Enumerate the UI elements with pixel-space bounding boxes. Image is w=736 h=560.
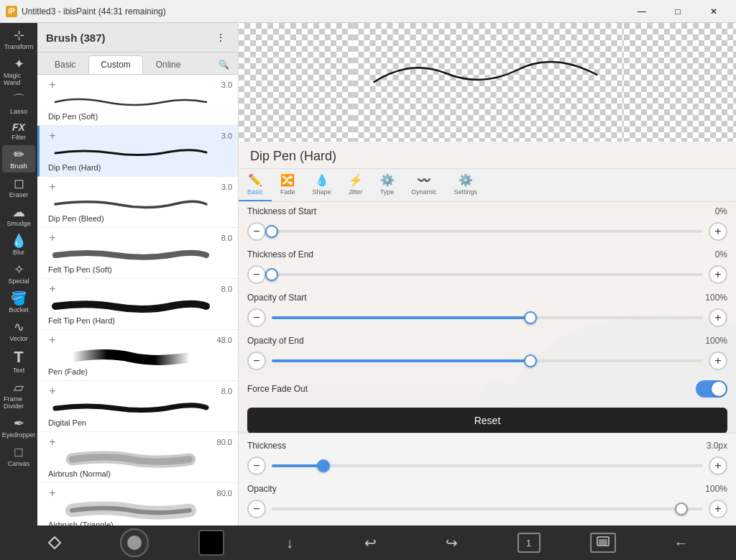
tab-settings-dynamic[interactable]: 〰️ Dynamic <box>403 169 446 201</box>
add-brush-icon[interactable]: + <box>45 180 60 194</box>
maximize-button[interactable]: □ <box>661 0 694 23</box>
thickness-end-thumb[interactable] <box>265 268 278 281</box>
transform-toolbar-button[interactable] <box>39 527 70 559</box>
brush-indicator[interactable] <box>120 528 149 557</box>
thickness-slider-minus[interactable]: − <box>247 456 266 475</box>
tool-vector[interactable]: ∿ Vector <box>2 318 35 345</box>
tool-eyedropper[interactable]: ✒ Eyedropper <box>2 414 35 441</box>
thickness-slider-track[interactable] <box>272 464 703 467</box>
tab-settings-fade[interactable]: 🔀 Fade <box>272 169 304 201</box>
tool-magic-wand-label: Magic Wand <box>4 72 34 86</box>
opacity-slider-thumb[interactable] <box>675 502 688 515</box>
tool-filter[interactable]: FX Filter <box>2 119 35 144</box>
opacity-start-minus[interactable]: − <box>247 308 266 327</box>
eyedropper-icon: ✒ <box>14 417 24 430</box>
back-button[interactable]: ← <box>665 527 696 559</box>
opacity-slider-fill <box>272 508 681 510</box>
opacity-end-plus[interactable]: + <box>709 352 727 370</box>
thickness-start-thumb[interactable] <box>265 225 278 238</box>
list-item[interactable]: + 48.0 <box>37 330 238 381</box>
undo-button[interactable]: ↩ <box>355 527 387 559</box>
thickness-end-slider-container: − + <box>239 264 736 288</box>
tool-transform[interactable]: ⊹ Transform <box>2 26 35 53</box>
add-brush-icon[interactable]: + <box>45 78 60 92</box>
tab-settings-settings[interactable]: ⚙️ Settings <box>446 169 487 201</box>
layers-button[interactable] <box>590 533 616 553</box>
thickness-start-track[interactable] <box>272 230 703 233</box>
opacity-end-minus[interactable]: − <box>247 352 266 370</box>
opacity-end-thumb[interactable] <box>524 354 537 367</box>
add-brush-icon[interactable]: + <box>45 333 60 347</box>
list-item[interactable]: + 8.0 Felt Tip Pen (Hard) <box>37 279 238 330</box>
thickness-end-minus[interactable]: − <box>247 265 266 284</box>
tool-eraser[interactable]: ◻ Eraser <box>2 174 35 201</box>
tool-transform-label: Transform <box>4 43 34 50</box>
page-indicator[interactable]: 1 <box>518 533 540 553</box>
tab-settings-basic[interactable]: ✏️ Basic <box>239 169 272 201</box>
opacity-start-plus[interactable]: + <box>709 308 727 327</box>
add-brush-icon[interactable]: + <box>45 129 60 143</box>
thickness-end-track[interactable] <box>272 273 703 276</box>
tool-text[interactable]: T Text <box>2 346 35 377</box>
color-swatch[interactable] <box>198 530 224 556</box>
tool-special[interactable]: ✧ Special <box>2 260 35 288</box>
tools-sidebar: ⊹ Transform ✦ Magic Wand ⌒ Lasso FX Filt… <box>0 23 37 525</box>
opacity-slider-minus[interactable]: − <box>247 500 266 518</box>
opacity-slider-track[interactable] <box>272 508 703 510</box>
add-brush-icon[interactable]: + <box>45 231 60 245</box>
list-item[interactable]: + 80.0 Airbrush ( <box>37 432 238 483</box>
tab-settings-shape[interactable]: 💧 Shape <box>304 169 340 201</box>
tab-settings-jitter[interactable]: ⚡ Jitter <box>340 169 372 201</box>
add-brush-icon[interactable]: + <box>45 486 60 500</box>
thickness-slider-thumb[interactable] <box>317 459 330 472</box>
tool-blur[interactable]: 💧 Blur <box>2 231 35 259</box>
brush-stroke-preview <box>48 398 213 418</box>
list-item[interactable]: + 3.0 Dip Pen (Bleed) <box>37 177 238 228</box>
thickness-slider-container: − + <box>239 455 736 479</box>
opacity-slider-container: − + <box>239 498 736 523</box>
thickness-start-plus[interactable]: + <box>709 222 727 241</box>
special-icon: ✧ <box>14 263 24 276</box>
thickness-start-minus[interactable]: − <box>247 222 266 241</box>
smudge-icon: ☁ <box>12 206 25 219</box>
tab-custom[interactable]: Custom <box>88 55 142 74</box>
opacity-start-thumb[interactable] <box>524 311 537 324</box>
tool-frame-divider[interactable]: ▱ Frame Divider <box>2 378 35 413</box>
tab-settings-type[interactable]: ⚙️ Type <box>372 169 403 201</box>
list-item[interactable]: + 8.0 Digital Pen <box>37 381 238 432</box>
force-fade-out-toggle[interactable] <box>696 380 727 398</box>
add-brush-icon[interactable]: + <box>45 282 60 296</box>
tab-basic[interactable]: Basic <box>43 56 87 73</box>
thickness-slider-plus[interactable]: + <box>709 456 727 475</box>
thickness-slider-fill <box>272 464 323 467</box>
tool-brush[interactable]: ✏ Brush <box>2 145 35 173</box>
add-brush-icon[interactable]: + <box>45 435 60 449</box>
tool-bucket[interactable]: 🪣 Bucket <box>2 289 35 316</box>
tool-magic-wand[interactable]: ✦ Magic Wand <box>2 55 35 89</box>
brush-menu-button[interactable]: ⋮ <box>212 29 229 46</box>
opacity-slider-plus[interactable]: + <box>709 500 727 518</box>
list-item[interactable]: + 8.0 Felt Tip Pen (Soft) <box>37 228 238 279</box>
minimize-button[interactable]: — <box>625 0 658 23</box>
thickness-end-plus[interactable]: + <box>709 265 727 284</box>
reset-button[interactable]: Reset <box>247 408 727 433</box>
tool-canvas[interactable]: □ Canvas <box>2 443 35 470</box>
thickness-end-label: Thickness of End <box>247 249 693 260</box>
tab-online[interactable]: Online <box>144 56 193 73</box>
redo-button[interactable]: ↪ <box>436 527 468 559</box>
list-item[interactable]: + 3.0 Dip Pen (Hard) <box>37 126 238 177</box>
thickness-start-label: Thickness of Start <box>247 206 693 216</box>
close-button[interactable]: ✕ <box>697 0 730 23</box>
download-button[interactable]: ↓ <box>274 527 305 559</box>
search-button[interactable]: 🔍 <box>215 56 232 73</box>
brush-stroke-preview <box>48 449 213 469</box>
tool-smudge[interactable]: ☁ Smudge <box>2 203 35 230</box>
back-icon: ← <box>673 535 688 551</box>
tool-lasso[interactable]: ⌒ Lasso <box>2 91 35 118</box>
list-item[interactable]: + 3.0 Dip Pen (Soft) <box>37 75 238 126</box>
opacity-start-track[interactable] <box>272 316 703 319</box>
tool-eyedropper-label: Eyedropper <box>2 431 36 439</box>
add-brush-icon[interactable]: + <box>45 384 60 398</box>
opacity-end-track[interactable] <box>272 359 703 362</box>
list-item[interactable]: + 80.0 Airbrush (Triangle) <box>37 483 238 525</box>
